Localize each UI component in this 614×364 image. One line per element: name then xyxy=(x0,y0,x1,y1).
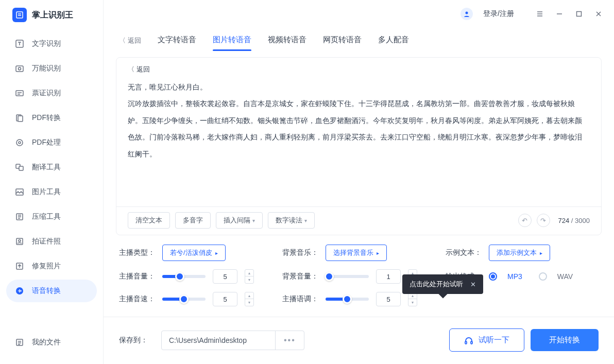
sidebar-item-id-photo[interactable]: 拍证件照 xyxy=(6,230,97,253)
svg-rect-2 xyxy=(16,66,23,72)
sidebar-item-image-tools[interactable]: 图片工具 xyxy=(6,181,97,203)
anchor-speed-field: 主播音速： 5 ▴▾ xyxy=(119,292,272,306)
chevron-up-icon[interactable]: ▴ xyxy=(245,270,253,276)
menu-icon[interactable] xyxy=(535,9,545,19)
chevron-down-icon: ▾ xyxy=(304,218,307,223)
sidebar-item-restore-photo[interactable]: 修复照片 xyxy=(6,255,97,278)
radio-wav-label[interactable]: WAV xyxy=(557,272,573,281)
tabs-back-button[interactable]: 〈返回 xyxy=(119,36,141,45)
caret-right-icon: ▸ xyxy=(377,250,379,256)
svg-point-14 xyxy=(19,240,21,242)
sidebar-item-label: 翻译工具 xyxy=(32,163,61,172)
tab-text-to-speech[interactable]: 文字转语音 xyxy=(158,31,196,51)
content-box: 〈返回 无言，唯见江心秋月白。 沉吟放拨插弦中，整顿衣裳起敛容。自言本是京城女，… xyxy=(116,57,602,235)
sidebar-item-compress[interactable]: 压缩工具 xyxy=(6,205,97,228)
chevron-up-icon[interactable]: ▴ xyxy=(245,292,253,299)
radio-mp3[interactable] xyxy=(489,272,497,281)
pdf-convert-icon xyxy=(14,113,25,123)
close-button[interactable] xyxy=(593,9,604,19)
anchor-volume-field: 主播音量： 5 ▴▾ xyxy=(119,269,272,284)
chevron-down-icon[interactable]: ▾ xyxy=(408,299,417,306)
tab-web-to-speech[interactable]: 网页转语音 xyxy=(323,31,362,51)
anchor-speed-label: 主播音速： xyxy=(119,294,155,304)
redo-button[interactable]: ↷ xyxy=(537,214,550,227)
sidebar-item-label: 文字识别 xyxy=(32,39,61,48)
svg-rect-20 xyxy=(465,341,467,344)
sidebar-item-my-files[interactable]: 我的文件 xyxy=(6,331,97,354)
polyphone-button[interactable]: 多音字 xyxy=(175,212,211,229)
chevron-down-icon[interactable]: ▾ xyxy=(245,299,253,306)
logo-icon xyxy=(12,8,27,22)
anchor-tone-slider[interactable] xyxy=(326,298,369,301)
anchor-type-select[interactable]: 若兮/活泼俏皮▸ xyxy=(162,245,226,261)
radio-mp3-label[interactable]: MP3 xyxy=(507,272,522,281)
main-panel: 登录/注册 〈返回 文字转语音 图片转语音 视频转语音 网页转语音 多人配音 〈… xyxy=(103,0,614,364)
save-to-label: 保存到： xyxy=(119,336,155,345)
bg-volume-slider[interactable] xyxy=(326,275,369,278)
content-back-button[interactable]: 〈返回 xyxy=(116,64,601,76)
anchor-speed-spinner[interactable]: ▴▾ xyxy=(245,292,254,306)
save-path-input[interactable]: C:\Users\Admin\desktop xyxy=(162,332,275,349)
caret-right-icon: ▸ xyxy=(540,250,542,256)
number-reading-button[interactable]: 数字读法▾ xyxy=(268,212,315,229)
browse-button[interactable]: ••• xyxy=(275,331,304,350)
tab-video-to-speech[interactable]: 视频转语音 xyxy=(268,31,306,51)
app-logo: 掌上识别王 xyxy=(0,8,103,32)
caret-right-icon: ▸ xyxy=(215,250,218,256)
minimize-button[interactable] xyxy=(554,9,565,19)
sidebar-item-label: 我的文件 xyxy=(32,338,61,347)
sidebar-item-translate[interactable]: 翻译工具 xyxy=(6,156,97,179)
chevron-left-icon: 〈 xyxy=(128,65,134,74)
sidebar-item-text-ocr[interactable]: 文字识别 xyxy=(6,32,97,55)
avatar-icon[interactable] xyxy=(460,8,473,20)
anchor-tone-field: 主播语调： 5 ▴▾ xyxy=(282,292,435,306)
sidebar-item-label: PDF处理 xyxy=(32,138,61,147)
options-panel: 主播类型： 若兮/活泼俏皮▸ 背景音乐： 选择背景音乐▸ 示例文本： 添加示例文… xyxy=(104,235,614,306)
sidebar-item-pdf-process[interactable]: PDF处理 xyxy=(6,131,97,154)
sidebar-item-ticket-ocr[interactable]: 票证识别 xyxy=(6,82,97,105)
sample-text-select[interactable]: 添加示例文本▸ xyxy=(489,245,550,261)
svg-rect-0 xyxy=(16,12,23,18)
clear-text-button[interactable]: 清空文本 xyxy=(128,212,170,229)
chevron-down-icon[interactable]: ▾ xyxy=(245,276,253,283)
svg-rect-4 xyxy=(16,91,23,96)
svg-point-8 xyxy=(19,142,21,144)
sidebar-item-label: 修复照片 xyxy=(32,262,61,271)
insert-interval-button[interactable]: 插入间隔▾ xyxy=(216,212,263,229)
sidebar: 掌上识别王 文字识别 万能识别 票证识别 PDF转换 PDF处理 翻译工具 图片… xyxy=(0,0,103,364)
maximize-button[interactable] xyxy=(574,9,584,19)
sidebar-item-universal-ocr[interactable]: 万能识别 xyxy=(6,57,97,80)
svg-rect-19 xyxy=(577,11,582,16)
sample-text-field: 示例文本： 添加示例文本▸ xyxy=(446,245,599,261)
radio-wav[interactable] xyxy=(539,272,547,281)
folder-icon xyxy=(14,337,25,348)
tooltip-close-icon[interactable]: ✕ xyxy=(470,281,476,288)
audio-icon xyxy=(14,286,25,296)
anchor-volume-spinner[interactable]: ▴▾ xyxy=(245,269,254,284)
sidebar-item-label: 万能识别 xyxy=(32,64,61,73)
anchor-volume-slider[interactable] xyxy=(162,275,206,278)
preview-button[interactable]: 试听一下 xyxy=(449,328,524,352)
char-counter: 724 / 3000 xyxy=(558,217,590,224)
compress-icon xyxy=(14,212,25,222)
anchor-tone-spinner[interactable]: ▴▾ xyxy=(408,292,417,306)
tab-image-to-speech[interactable]: 图片转语音 xyxy=(213,31,251,51)
tab-multi-dubbing[interactable]: 多人配音 xyxy=(378,31,409,51)
sidebar-item-label: 图片工具 xyxy=(32,187,61,197)
ticket-icon xyxy=(14,88,25,98)
translate-icon xyxy=(14,162,25,172)
text-content[interactable]: 无言，唯见江心秋月白。 沉吟放拨插弦中，整顿衣裳起敛容。自言本是京城女，家在虾蟆… xyxy=(116,76,601,206)
bg-music-select[interactable]: 选择背景音乐▸ xyxy=(326,245,387,261)
undo-button[interactable]: ↶ xyxy=(518,214,532,227)
svg-rect-21 xyxy=(471,341,472,344)
start-convert-button[interactable]: 开始转换 xyxy=(531,329,599,351)
anchor-speed-slider[interactable] xyxy=(162,298,206,301)
sidebar-item-label: 票证识别 xyxy=(32,89,61,98)
sidebar-item-audio-convert[interactable]: 语音转换 xyxy=(6,280,97,302)
sidebar-item-pdf-convert[interactable]: PDF转换 xyxy=(6,107,97,129)
svg-rect-6 xyxy=(18,116,23,122)
id-photo-icon xyxy=(14,236,25,247)
sidebar-item-label: 压缩工具 xyxy=(32,212,61,221)
login-register-link[interactable]: 登录/注册 xyxy=(483,9,514,19)
text-line: 妒。五陵年少争缠头，一曲红绡不知数。钿头银篦击节碎，血色罗裙翻酒污。今年欢笑复明… xyxy=(128,113,590,129)
